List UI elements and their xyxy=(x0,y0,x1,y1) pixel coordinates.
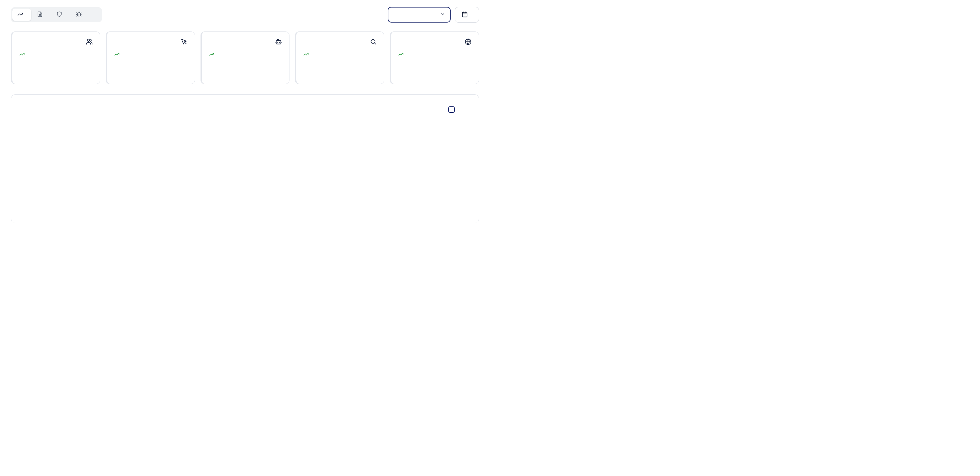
detailed-breakdown-checkbox[interactable] xyxy=(448,106,455,113)
traffic-trend-panel xyxy=(11,94,479,223)
stat-card-total-visitors[interactable] xyxy=(11,32,100,84)
stat-cards-row xyxy=(11,32,479,84)
trending-up-icon xyxy=(398,52,403,58)
chart-area xyxy=(22,124,468,217)
stat-trend xyxy=(304,52,377,58)
tab-settings[interactable] xyxy=(90,12,100,17)
trending-up-icon xyxy=(18,11,23,18)
detailed-breakdown-toggle[interactable] xyxy=(448,106,458,113)
shield-icon xyxy=(56,11,62,18)
users-icon xyxy=(86,38,93,46)
tab-ai-visibility[interactable] xyxy=(51,8,70,21)
stat-trend xyxy=(398,52,471,58)
mouse-pointer-icon xyxy=(181,38,188,46)
tab-pages[interactable] xyxy=(32,8,51,21)
stat-card-search[interactable] xyxy=(295,32,384,84)
trending-up-icon xyxy=(19,52,25,58)
header-controls xyxy=(388,7,479,22)
header xyxy=(11,7,479,22)
tab-bots[interactable] xyxy=(71,8,90,21)
calendar-icon xyxy=(461,11,468,19)
stat-card-direct[interactable] xyxy=(106,32,195,84)
tab-traffic[interactable] xyxy=(12,8,31,21)
stat-card-ai-referrals[interactable] xyxy=(200,32,290,84)
stat-card-other[interactable] xyxy=(390,32,479,84)
file-icon xyxy=(37,11,43,18)
chevron-down-icon xyxy=(440,12,445,18)
stat-trend xyxy=(114,52,188,58)
stat-trend xyxy=(19,52,93,58)
date-range-button[interactable] xyxy=(455,7,479,22)
globe-icon xyxy=(465,38,471,46)
dashboard-page xyxy=(0,0,490,233)
trending-up-icon xyxy=(114,52,119,58)
bug-icon xyxy=(76,11,82,18)
search-icon xyxy=(370,38,377,46)
trending-up-icon xyxy=(304,52,309,58)
range-select[interactable] xyxy=(388,7,451,22)
stat-trend xyxy=(209,52,282,58)
bot-icon xyxy=(275,38,282,46)
traffic-trend-chart[interactable] xyxy=(23,126,467,217)
nav-tabs xyxy=(11,7,102,22)
trending-up-icon xyxy=(209,52,214,58)
